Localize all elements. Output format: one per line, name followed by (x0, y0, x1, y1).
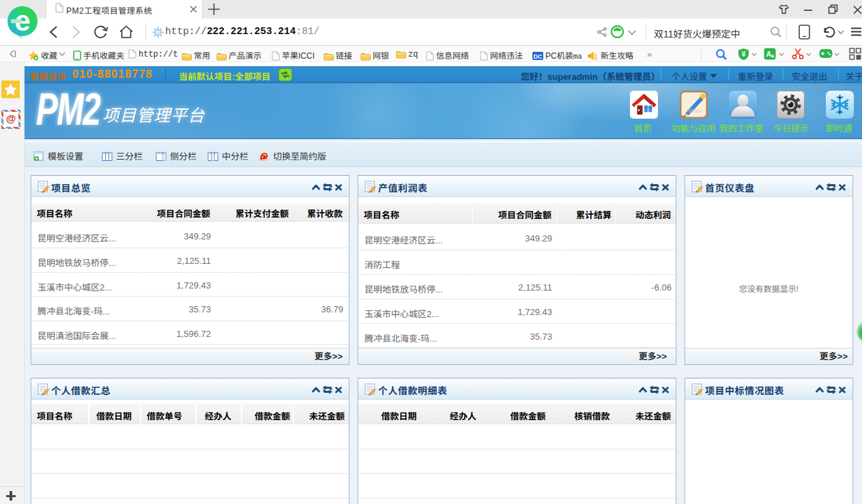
svg-text:A: A (766, 50, 772, 58)
svg-text:¥: ¥ (742, 50, 746, 58)
svg-text:DC: DC (534, 53, 543, 60)
